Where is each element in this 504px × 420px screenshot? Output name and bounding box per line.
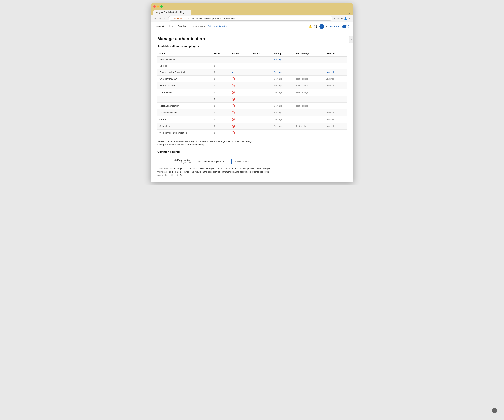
bookmark-icon[interactable]: ☆ [337, 17, 339, 20]
minimize-button[interactable] [157, 6, 159, 8]
cell-enable: 🚫 [229, 76, 249, 82]
messages-icon[interactable]: 💬 [314, 25, 317, 28]
cell-settings: Settings [272, 102, 294, 109]
edit-mode-toggle[interactable] [342, 25, 349, 28]
test-settings-link[interactable]: Test settings [296, 125, 308, 127]
uninstall-link[interactable]: Uninstall [326, 84, 334, 87]
close-button[interactable] [153, 6, 156, 8]
cell-updown [249, 82, 272, 89]
page-content: ‹ Manage authentication Available authen… [151, 31, 353, 182]
site-logo[interactable]: group6 [155, 25, 164, 28]
test-settings-link[interactable]: Test settings [296, 91, 308, 94]
self-registration-select[interactable]: Disable Email-based self-registration [195, 159, 232, 164]
profile-icon[interactable]: 👤 [344, 17, 347, 20]
col-enable: Enable [229, 50, 249, 57]
cell-users: 0 [212, 96, 229, 102]
settings-link[interactable]: Settings [274, 105, 282, 107]
uninstall-link[interactable]: Uninstall [326, 111, 334, 114]
cell-test-settings: Test settings [294, 82, 324, 89]
forward-button[interactable]: → [158, 17, 162, 20]
eye-off-icon[interactable]: 🚫 [232, 104, 235, 107]
eye-icon[interactable]: 👁 [232, 71, 234, 73]
active-tab[interactable]: 🎓 group6: Administration: Plugi... ✕ [153, 10, 191, 15]
cell-enable: 🚫 [229, 130, 249, 136]
avatar-chevron[interactable]: ▾ [326, 25, 328, 28]
nav-dashboard[interactable]: Dashboard [178, 25, 189, 28]
self-registration-control: Disable Email-based self-registration De… [195, 159, 347, 164]
notifications-icon[interactable]: 🔔 [309, 25, 312, 28]
test-settings-link[interactable]: Test settings [296, 105, 308, 107]
cell-users: 0 [212, 82, 229, 89]
cell-enable: 🚫 [229, 109, 249, 116]
address-bar-row: ← → ↻ ⚠ Not Secure | 34.201.41.202/admin… [151, 15, 353, 22]
user-avatar[interactable]: AU [319, 24, 324, 29]
cell-updown [249, 63, 272, 69]
test-settings-link[interactable]: Test settings [296, 84, 308, 87]
table-row: External database0🚫SettingsTest settings… [157, 82, 347, 89]
nav-siteadmin[interactable]: Site administration [208, 25, 228, 28]
eye-off-icon[interactable]: 🚫 [232, 111, 235, 114]
toggle-knob [346, 25, 349, 28]
cell-name: CAS server (SSO) [157, 76, 212, 82]
uninstall-link[interactable]: Uninstall [326, 78, 334, 80]
self-registration-label-col: Self registration registerauth [157, 159, 191, 163]
col-name: Name [157, 50, 212, 57]
cell-updown [249, 130, 272, 136]
cell-uninstall: Uninstall [324, 76, 347, 82]
table-row: Manual accounts2Settings [157, 57, 347, 63]
cell-test-settings: Test settings [294, 76, 324, 82]
eye-off-icon[interactable]: 🚫 [232, 84, 235, 87]
address-actions: ⬆ ☆ ⊞ 👤 ⋮ [334, 17, 351, 20]
cell-name: External database [157, 82, 212, 89]
nav-home[interactable]: Home [168, 25, 174, 28]
uninstall-link[interactable]: Uninstall [326, 125, 334, 127]
eye-off-icon[interactable]: 🚫 [232, 118, 235, 121]
cell-settings: Settings [272, 89, 294, 96]
cell-enable: 🚫 [229, 102, 249, 109]
eye-off-icon[interactable]: 🚫 [232, 77, 235, 80]
settings-link[interactable]: Settings [274, 59, 282, 61]
uninstall-link[interactable]: Uninstall [326, 71, 334, 73]
table-row: No login0 [157, 63, 347, 69]
eye-off-icon[interactable]: 🚫 [232, 132, 235, 134]
eye-off-icon[interactable]: 🚫 [232, 91, 235, 94]
settings-link[interactable]: Settings [274, 78, 282, 80]
nav-mycourses[interactable]: My courses [192, 25, 205, 28]
settings-link[interactable]: Settings [274, 91, 282, 94]
col-updown: Up/Down [249, 50, 272, 57]
security-warning: ⚠ Not Secure [171, 17, 182, 20]
uninstall-link[interactable]: Uninstall [326, 118, 334, 121]
cell-test-settings: Test settings [294, 123, 324, 130]
tab-more-button[interactable]: ⌄ [348, 11, 351, 15]
tab-title: group6: Administration: Plugi... [159, 11, 186, 13]
eye-off-icon[interactable]: 🚫 [232, 125, 235, 127]
collapse-button[interactable]: ‹ [349, 36, 353, 43]
self-registration-default: Default: Disable [234, 160, 249, 163]
settings-link[interactable]: Settings [274, 84, 282, 87]
extensions-icon[interactable]: ⊞ [341, 17, 343, 20]
table-row: Shibboleth0🚫SettingsTest settingsUninsta… [157, 123, 347, 130]
eye-off-icon[interactable]: 🚫 [232, 98, 235, 101]
cell-users: 0 [212, 130, 229, 136]
new-tab-button[interactable]: + [192, 9, 222, 15]
address-bar[interactable]: ⚠ Not Secure | 34.201.41.202/admin/setti… [168, 16, 332, 21]
tab-close-icon[interactable]: ✕ [187, 12, 189, 13]
back-button[interactable]: ← [153, 17, 157, 20]
nav-links: Home Dashboard My courses Site administr… [168, 25, 228, 28]
test-settings-link[interactable]: Test settings [296, 78, 308, 80]
menu-icon[interactable]: ⋮ [348, 17, 351, 20]
reload-button[interactable]: ↻ [163, 17, 167, 20]
share-icon[interactable]: ⬆ [334, 17, 336, 20]
settings-link[interactable]: Settings [274, 118, 282, 121]
settings-link[interactable]: Settings [274, 125, 282, 127]
table-header-row: Name Users Enable Up/Down Settings Test … [157, 50, 347, 57]
cell-users: 0 [212, 69, 229, 76]
cell-uninstall [324, 102, 347, 109]
footer-note: Please choose the authentication plugins… [157, 140, 347, 146]
settings-link[interactable]: Settings [274, 71, 282, 73]
col-users: Users [212, 50, 229, 57]
cell-name: Web services authentication [157, 130, 212, 136]
settings-link[interactable]: Settings [274, 111, 282, 114]
col-uninstall: Uninstall [324, 50, 347, 57]
maximize-button[interactable] [161, 6, 163, 8]
